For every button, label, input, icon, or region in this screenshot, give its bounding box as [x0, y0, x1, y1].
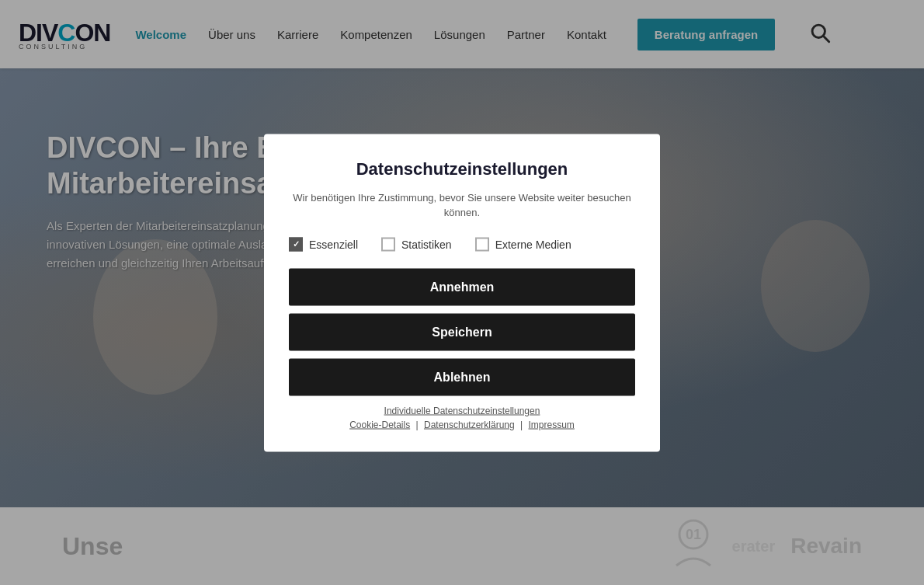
individual-settings-link[interactable]: Individuelle Datenschutzeinstellungen — [384, 405, 540, 416]
checkbox-essenziell-label: Essenziell — [309, 238, 358, 250]
bottom-links-row: Cookie-Details | Datenschutzerklärung | … — [289, 419, 635, 430]
cookie-modal: Datenschutzeinstellungen Wir benötigen I… — [264, 134, 660, 451]
save-button[interactable]: Speichern — [289, 313, 635, 350]
checkbox-essenziell-box[interactable] — [289, 237, 303, 251]
checkbox-statistiken-box[interactable] — [381, 237, 395, 251]
decline-button[interactable]: Ablehnen — [289, 358, 635, 395]
modal-links: Individuelle Datenschutzeinstellungen Co… — [289, 405, 635, 430]
modal-title: Datenschutzeinstellungen — [289, 158, 635, 179]
divider-2: | — [520, 419, 523, 430]
checkbox-statistiken-label: Statistiken — [401, 238, 452, 250]
checkbox-externe-medien-box[interactable] — [475, 237, 489, 251]
individual-settings-link-row: Individuelle Datenschutzeinstellungen — [289, 405, 635, 416]
accept-button[interactable]: Annehmen — [289, 268, 635, 305]
imprint-link[interactable]: Impressum — [529, 419, 575, 430]
checkbox-externe-medien[interactable]: Externe Medien — [475, 237, 571, 251]
divider-1: | — [416, 419, 419, 430]
modal-checkboxes: Essenziell Statistiken Externe Medien — [289, 237, 635, 251]
cookie-details-link[interactable]: Cookie-Details — [349, 419, 410, 430]
checkbox-essenziell[interactable]: Essenziell — [289, 237, 358, 251]
checkbox-externe-medien-label: Externe Medien — [495, 238, 571, 250]
modal-description: Wir benötigen Ihre Zustimmung, bevor Sie… — [289, 190, 635, 220]
checkbox-statistiken[interactable]: Statistiken — [381, 237, 452, 251]
privacy-link[interactable]: Datenschutzerklärung — [424, 419, 515, 430]
